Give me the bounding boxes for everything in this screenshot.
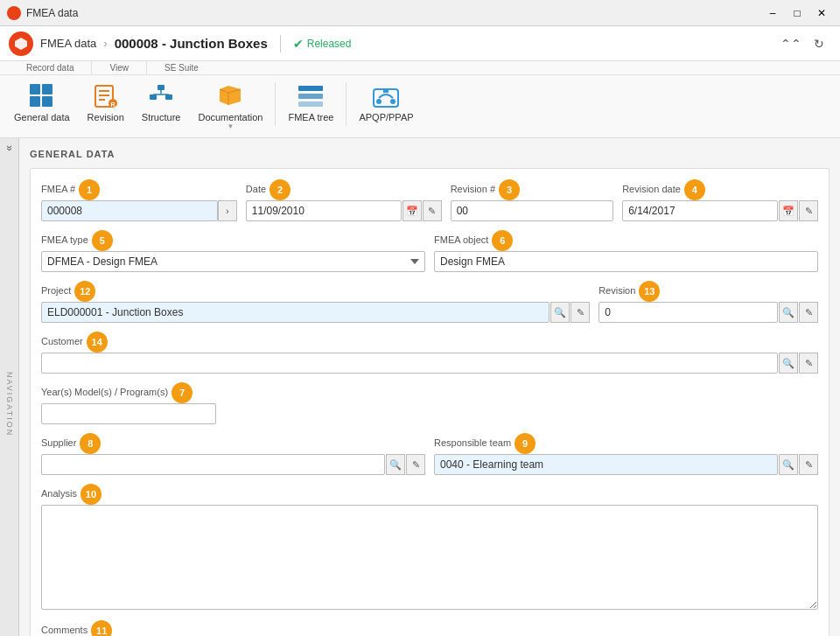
fmea-tree-icon <box>297 82 325 110</box>
years-badge: 7 <box>172 382 192 403</box>
revision-number-input[interactable] <box>451 200 614 221</box>
fmea-number-badge: 1 <box>79 179 100 200</box>
ribbon-apqp-label: APQP/PPAP <box>359 112 413 122</box>
resp-team-label: Responsible team <box>434 437 511 448</box>
svg-rect-1 <box>30 84 40 94</box>
date-input[interactable] <box>246 200 402 221</box>
ribbon-general-data[interactable]: General data <box>7 79 77 126</box>
structure-icon <box>147 82 175 110</box>
maximize-button[interactable]: □ <box>786 4 808 22</box>
breadcrumb-app[interactable]: FMEA data <box>40 37 96 50</box>
resp-team-badge: 9 <box>514 433 536 454</box>
title-bar-text: FMEA data <box>26 7 761 19</box>
status-text: Released <box>307 38 352 50</box>
revision-number-group: Revision # 3 <box>451 179 614 221</box>
revision-date-cal-btn[interactable]: 📅 <box>779 200 798 221</box>
svg-rect-2 <box>42 84 52 94</box>
close-button[interactable]: ✕ <box>810 4 833 22</box>
customer-edit-btn[interactable]: ✎ <box>799 353 818 374</box>
fmea-type-badge: 5 <box>92 230 113 251</box>
date-label: Date <box>246 184 266 194</box>
apqp-icon <box>372 82 400 110</box>
form-row-2: FMEA type 5 DFMEA - Design FMEA FMEA obj… <box>41 230 818 272</box>
main-container: » NAVIGATION GENERAL DATA FMEA # 1 › <box>0 138 840 636</box>
customer-label: Customer <box>41 336 83 346</box>
fmea-type-label: FMEA type <box>41 234 88 245</box>
fmea-object-badge: 6 <box>492 230 513 251</box>
status-badge: ✔ Released <box>293 37 352 51</box>
revision-date-input[interactable] <box>622 200 778 221</box>
app-logo <box>9 31 33 56</box>
analysis-textarea[interactable] <box>41 505 818 610</box>
ribbon-documentation[interactable]: Documentation ▼ <box>191 79 270 134</box>
revision-date-edit-btn[interactable]: ✎ <box>799 200 818 221</box>
general-data-icon <box>28 82 56 110</box>
project-input[interactable] <box>41 302 550 323</box>
ribbon-apqp[interactable]: APQP/PPAP <box>352 79 420 126</box>
revision-badge: 13 <box>639 281 660 302</box>
supplier-input-group: 🔍 ✎ <box>41 454 425 475</box>
breadcrumb-separator: › <box>103 37 107 50</box>
ribbon-revision[interactable]: R Revision <box>80 79 131 126</box>
years-input[interactable] <box>41 403 216 424</box>
comments-badge: 11 <box>91 620 112 636</box>
project-edit-btn[interactable]: ✎ <box>570 302 590 323</box>
form-row-1: FMEA # 1 › Date 2 📅 <box>41 179 818 221</box>
project-label: Project <box>41 285 71 296</box>
project-search-btn[interactable]: 🔍 <box>550 302 570 323</box>
fmea-object-input[interactable] <box>434 251 818 272</box>
ribbon-fmea-tree[interactable]: FMEA tree <box>281 79 340 126</box>
revision-input-group: 🔍 ✎ <box>598 302 818 323</box>
minimize-button[interactable]: – <box>761 4 784 22</box>
fmea-number-input-group: › <box>41 200 237 221</box>
supplier-edit-btn[interactable]: ✎ <box>406 454 425 475</box>
date-cal-btn[interactable]: 📅 <box>402 200 422 221</box>
revision-number-badge: 3 <box>499 179 520 200</box>
resp-team-input-group: 🔍 ✎ <box>434 454 818 475</box>
fmea-type-select[interactable]: DFMEA - Design FMEA <box>41 251 425 272</box>
comments-group: Comments 11 <box>41 620 818 636</box>
project-group: Project 12 🔍 ✎ <box>41 281 590 323</box>
customer-search-btn[interactable]: 🔍 <box>779 353 798 374</box>
revision-number-label: Revision # <box>451 184 495 194</box>
svg-rect-17 <box>298 86 323 91</box>
form-row-5: Year(s) Model(s) / Program(s) 7 <box>41 382 818 424</box>
nav-label: NAVIGATION <box>5 372 14 437</box>
resp-team-input[interactable] <box>434 454 778 475</box>
fmea-number-input[interactable] <box>41 200 218 221</box>
ribbon-structure[interactable]: Structure <box>135 79 188 126</box>
supplier-search-btn[interactable]: 🔍 <box>386 454 405 475</box>
customer-input[interactable] <box>41 353 778 374</box>
form-row-3: Project 12 🔍 ✎ Revision 13 <box>41 281 818 323</box>
customer-group: Customer 14 🔍 ✎ <box>41 332 818 374</box>
ribbon-general-data-label: General data <box>14 112 70 122</box>
title-bar-logo <box>7 6 21 20</box>
refresh-button[interactable]: ↻ <box>807 31 831 56</box>
ribbon-structure-label: Structure <box>142 112 181 122</box>
customer-badge: 14 <box>87 332 108 353</box>
svg-point-21 <box>376 99 382 104</box>
fmea-number-arrow-btn[interactable]: › <box>218 200 237 221</box>
date-edit-btn[interactable]: ✎ <box>423 200 442 221</box>
analysis-badge: 10 <box>80 484 102 505</box>
resp-team-edit-btn[interactable]: ✎ <box>799 454 818 475</box>
revision-edit-btn[interactable]: ✎ <box>799 302 818 323</box>
resp-team-search-btn[interactable]: 🔍 <box>779 454 798 475</box>
revision-icon: R <box>92 82 120 110</box>
date-badge: 2 <box>270 179 290 200</box>
documentation-arrow: ▼ <box>227 122 234 130</box>
svg-rect-11 <box>158 85 164 90</box>
supplier-input[interactable] <box>41 454 385 475</box>
revision-input[interactable] <box>598 302 778 323</box>
ribbon-documentation-label: Documentation <box>198 112 262 122</box>
collapse-button[interactable]: ⌃⌃ <box>779 31 803 56</box>
years-group: Year(s) Model(s) / Program(s) 7 <box>41 382 818 424</box>
fmea-number-group: FMEA # 1 › <box>41 179 237 221</box>
form-row-6: Supplier 8 🔍 ✎ Responsible team 9 <box>41 433 818 475</box>
nav-sidebar[interactable]: » NAVIGATION <box>0 138 19 636</box>
section-title: GENERAL DATA <box>30 149 830 159</box>
supplier-badge: 8 <box>80 433 101 454</box>
app-header: FMEA data › 000008 - Junction Boxes ✔ Re… <box>0 26 840 61</box>
ribbon-sep-1 <box>275 82 276 126</box>
revision-search-btn[interactable]: 🔍 <box>779 302 798 323</box>
